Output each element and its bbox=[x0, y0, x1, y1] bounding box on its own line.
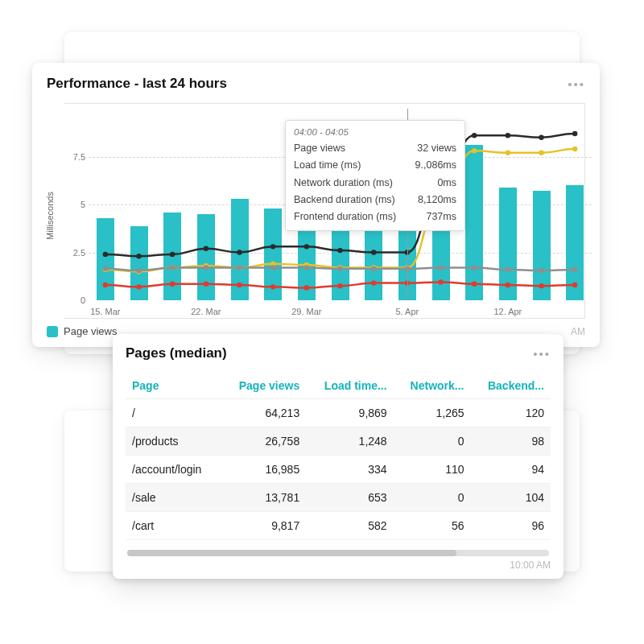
y-tick-label: 7.5 bbox=[66, 152, 85, 162]
table-cell: 96 bbox=[471, 512, 551, 540]
chart-point[interactable] bbox=[103, 283, 108, 287]
tooltip-row: Frontend duration (ms)737ms bbox=[294, 208, 456, 225]
pages-card: Pages (median) ••• PagePage viewsLoad ti… bbox=[113, 334, 564, 579]
chart-point[interactable] bbox=[472, 148, 477, 153]
table-cell: 98 bbox=[471, 427, 551, 456]
chart-point[interactable] bbox=[337, 266, 342, 271]
tooltip-row-value: 0ms bbox=[437, 175, 456, 192]
chart-point[interactable] bbox=[371, 250, 376, 254]
chart-point[interactable] bbox=[304, 285, 309, 290]
x-tick-label: 12. Apr bbox=[493, 307, 522, 316]
chart-point[interactable] bbox=[204, 246, 208, 251]
chart-point[interactable] bbox=[337, 283, 342, 288]
chart-point[interactable] bbox=[506, 151, 510, 155]
chart-point[interactable] bbox=[371, 266, 376, 271]
chart-point[interactable] bbox=[371, 280, 376, 285]
table-cell: 334 bbox=[306, 456, 393, 484]
pages-timestamp: 10:00 AM bbox=[126, 559, 551, 571]
chart-point[interactable] bbox=[103, 252, 108, 257]
chart-point[interactable] bbox=[337, 248, 342, 253]
performance-card-header: Performance - last 24 hours ••• bbox=[47, 76, 585, 92]
chart-point[interactable] bbox=[237, 283, 242, 287]
legend-label: Page views bbox=[64, 325, 117, 337]
more-icon[interactable]: ••• bbox=[568, 77, 585, 91]
chart-point[interactable] bbox=[170, 252, 175, 257]
table-cell: 26,758 bbox=[221, 427, 306, 456]
chart-point[interactable] bbox=[539, 151, 543, 155]
table-cell: 0 bbox=[394, 484, 471, 512]
table-header[interactable]: Page bbox=[126, 373, 221, 399]
table-cell: 1,265 bbox=[394, 399, 471, 427]
chart-point[interactable] bbox=[539, 268, 543, 273]
horizontal-scrollbar[interactable] bbox=[127, 550, 549, 556]
chart-point[interactable] bbox=[506, 283, 510, 287]
chart-point[interactable] bbox=[304, 244, 309, 249]
table-row[interactable]: /account/login16,98533411094 bbox=[126, 456, 551, 484]
table-row[interactable]: /sale13,7816530104 bbox=[126, 484, 551, 512]
chart-point[interactable] bbox=[572, 283, 577, 287]
tooltip-row: Backend duration (ms)8,120ms bbox=[294, 192, 456, 208]
table-row[interactable]: /64,2139,8691,265120 bbox=[126, 399, 551, 427]
table-cell: 13,781 bbox=[221, 484, 306, 512]
chart-point[interactable] bbox=[170, 265, 175, 270]
table-header[interactable]: Load time... bbox=[306, 373, 393, 399]
legend-swatch-page-views bbox=[47, 326, 58, 337]
chart-plot-area[interactable]: 02.557.515. Mar22. Mar29. Mar5. Apr12. A… bbox=[89, 109, 592, 300]
chart-point[interactable] bbox=[539, 135, 543, 140]
tooltip-row-label: Frontend duration (ms) bbox=[294, 208, 396, 225]
table-cell: 9,817 bbox=[221, 512, 306, 540]
table-header[interactable]: Network... bbox=[394, 373, 471, 399]
chart-point[interactable] bbox=[270, 265, 275, 270]
table-row[interactable]: /products26,7581,248098 bbox=[126, 427, 551, 456]
table-cell: 110 bbox=[394, 456, 471, 484]
table-header[interactable]: Page views bbox=[221, 373, 306, 399]
chart-point[interactable] bbox=[136, 268, 141, 273]
table-cell: 9,869 bbox=[306, 399, 393, 427]
chart-point[interactable] bbox=[506, 267, 510, 272]
chart-point[interactable] bbox=[438, 265, 443, 270]
performance-timestamp: AM bbox=[571, 326, 585, 337]
scrollbar-thumb[interactable] bbox=[127, 550, 456, 556]
chart-point[interactable] bbox=[270, 244, 275, 249]
tooltip-row-label: Network duration (ms) bbox=[294, 175, 393, 192]
tooltip-row-value: 737ms bbox=[426, 208, 456, 225]
chart-point[interactable] bbox=[204, 265, 208, 270]
chart-point[interactable] bbox=[472, 282, 477, 287]
table-cell: 0 bbox=[394, 427, 471, 456]
tooltip-row-value: 32 views bbox=[417, 140, 456, 157]
performance-chart[interactable]: Milliseconds 02.557.515. Mar22. Mar29. M… bbox=[64, 103, 585, 319]
chart-point[interactable] bbox=[103, 266, 108, 271]
chart-point[interactable] bbox=[237, 250, 242, 254]
table-cell: 1,248 bbox=[306, 427, 393, 456]
chart-point[interactable] bbox=[572, 147, 577, 151]
pages-table: PagePage viewsLoad time...Network...Back… bbox=[126, 373, 551, 540]
chart-point[interactable] bbox=[270, 284, 275, 289]
x-tick-label: 5. Apr bbox=[395, 307, 419, 316]
chart-point[interactable] bbox=[539, 283, 543, 288]
chart-point[interactable] bbox=[237, 265, 242, 270]
chart-point[interactable] bbox=[506, 133, 510, 138]
table-cell: / bbox=[126, 399, 221, 427]
chart-point[interactable] bbox=[572, 131, 577, 136]
table-cell: /sale bbox=[126, 484, 221, 512]
chart-point[interactable] bbox=[472, 265, 477, 270]
chart-point[interactable] bbox=[136, 284, 141, 289]
pages-card-header: Pages (median) ••• bbox=[126, 345, 551, 361]
more-icon[interactable]: ••• bbox=[533, 347, 551, 361]
tooltip-row-label: Page views bbox=[294, 140, 345, 157]
chart-point[interactable] bbox=[472, 133, 477, 138]
chart-point[interactable] bbox=[438, 279, 443, 284]
table-row[interactable]: /cart9,8175825696 bbox=[126, 512, 551, 540]
table-cell: 94 bbox=[471, 456, 551, 484]
chart-point[interactable] bbox=[170, 282, 175, 287]
table-cell: /cart bbox=[126, 512, 221, 540]
x-tick-label: 29. Mar bbox=[291, 307, 321, 316]
chart-point[interactable] bbox=[304, 265, 309, 270]
table-cell: 16,985 bbox=[221, 456, 306, 484]
chart-point[interactable] bbox=[136, 254, 141, 258]
table-cell: 64,213 bbox=[221, 399, 306, 427]
chart-point[interactable] bbox=[572, 267, 577, 272]
chart-point[interactable] bbox=[204, 282, 208, 287]
table-cell: 104 bbox=[471, 484, 551, 512]
table-header[interactable]: Backend... bbox=[471, 373, 551, 399]
